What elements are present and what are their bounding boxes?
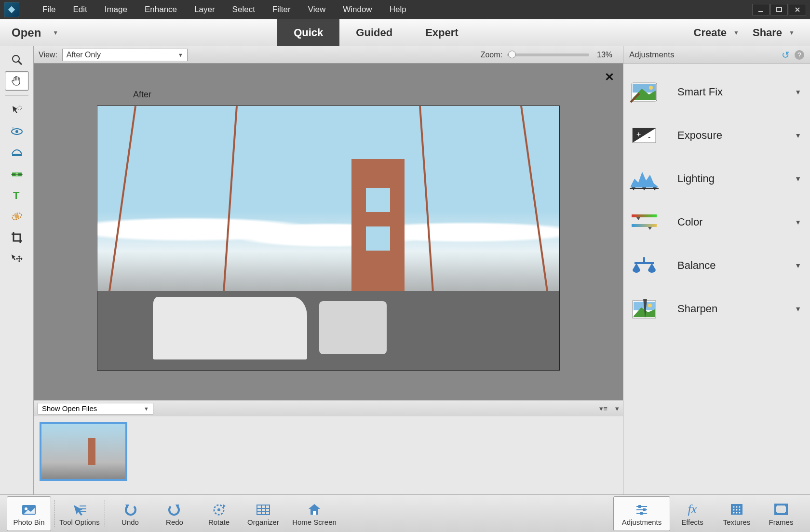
app-logo-icon [4,2,19,17]
menu-select[interactable]: Select [224,0,264,19]
svg-marker-0 [8,6,15,13]
chevron-down-icon: ▼ [795,218,805,226]
tab-quick[interactable]: Quick [277,19,339,46]
share-button[interactable]: Share ▼ [746,27,801,39]
svg-marker-33 [648,227,652,230]
photo-thumbnail[interactable] [40,422,127,481]
spot-heal-tool[interactable] [5,207,29,226]
quick-select-tool[interactable] [5,101,29,120]
svg-point-5 [18,106,22,110]
eye-tool[interactable]: + [5,122,29,141]
svg-point-19 [649,86,653,90]
zoom-tool[interactable] [5,50,29,69]
adjustments-button[interactable]: Adjustments [613,496,670,531]
redo-button[interactable]: Redo [152,496,197,531]
organizer-button[interactable]: Organizer [241,496,285,531]
frames-button[interactable]: Frames [759,496,803,531]
reset-icon[interactable]: ↺ [782,49,790,61]
home-icon [307,501,322,518]
chevron-down-icon: ▼ [795,262,805,269]
tab-guided[interactable]: Guided [339,19,409,46]
adj-sharpen[interactable]: Sharpen ▼ [628,287,805,331]
adj-lighting[interactable]: Lighting ▼ [628,157,805,200]
home-screen-button[interactable]: Home Screen [285,496,343,531]
adj-balance[interactable]: Balance ▼ [628,244,805,287]
bin-chevron-icon[interactable]: ▾ [615,404,619,413]
label: Organizer [247,518,279,526]
chevron-down-icon: ▼ [795,88,805,96]
left-toolbar: + T [0,46,34,494]
rotate-icon [211,501,227,518]
zoom-label: Zoom: [481,51,502,59]
adj-exposure[interactable]: +- Exposure ▼ [628,114,805,157]
sharpen-icon [628,295,660,322]
photo-bin-dropdown[interactable]: Show Open Files ▼ [38,403,153,414]
menu-enhance[interactable]: Enhance [136,0,186,19]
whiten-teeth-tool[interactable] [5,143,29,162]
adj-label: Color [677,216,795,228]
menu-edit[interactable]: Edit [64,0,95,19]
type-tool[interactable]: T [5,186,29,205]
textures-button[interactable]: Textures [715,496,759,531]
label: Home Screen [292,518,337,526]
undo-button[interactable]: Undo [108,496,152,531]
menu-layer[interactable]: Layer [186,0,224,19]
crop-tool[interactable] [5,228,29,247]
label: Adjustments [622,518,662,526]
maximize-button[interactable] [770,4,788,15]
close-button[interactable] [789,4,806,15]
bin-menu-icon[interactable]: ▾≡ [599,404,608,413]
photo-bin-button[interactable]: Photo Bin [7,496,51,531]
tool-options-button[interactable]: Tool Options [57,496,102,531]
svg-point-50 [217,508,220,511]
close-document-button[interactable]: ✕ [605,70,614,84]
smart-fix-icon [628,79,660,106]
adj-color[interactable]: Color ▼ [628,200,805,244]
tab-expert[interactable]: Expert [409,19,474,46]
hand-tool[interactable] [5,71,29,91]
svg-point-67 [736,506,738,508]
svg-rect-62 [638,505,641,508]
menu-view[interactable]: View [299,0,335,19]
adj-label: Sharpen [677,303,795,315]
view-dropdown[interactable]: After Only ▼ [62,49,188,61]
undo-icon [122,501,138,518]
redo-icon [167,501,182,518]
menu-window[interactable]: Window [334,0,380,19]
slider-thumb[interactable] [508,51,516,58]
svg-rect-9 [12,154,22,156]
chevron-down-icon: ▼ [733,29,739,36]
effects-button[interactable]: fx Effects [670,496,715,531]
svg-point-66 [733,506,735,508]
adj-smart-fix[interactable]: Smart Fix ▼ [628,70,805,114]
create-label: Create [694,27,727,39]
color-icon [628,209,660,236]
adjustments-icon [634,501,649,518]
svg-rect-1 [758,11,763,12]
straighten-tool[interactable] [5,164,29,184]
menu-file[interactable]: File [34,0,64,19]
label: Undo [122,518,139,526]
adjustments-header: Adjustments ↺ ? [623,46,810,64]
minimize-button[interactable] [752,4,770,15]
chevron-down-icon: ▼ [53,29,58,36]
move-tool[interactable] [5,249,29,268]
menu-help[interactable]: Help [381,0,415,19]
top-bar: Open ▼ Quick Guided Expert Create ▼ Shar… [0,19,810,46]
label: Photo Bin [13,518,44,526]
zoom-slider[interactable] [507,53,589,56]
svg-rect-63 [643,508,646,511]
rotate-button[interactable]: Rotate [197,496,241,531]
open-button[interactable]: Open ▼ [0,26,65,40]
menu-filter[interactable]: Filter [264,0,299,19]
svg-rect-64 [640,512,643,515]
svg-text:-: - [648,133,650,141]
adj-label: Lighting [677,173,795,185]
document-image[interactable] [97,106,560,371]
chevron-down-icon: ▼ [144,406,149,412]
help-icon[interactable]: ? [795,50,804,60]
open-label: Open [12,26,41,40]
label: Frames [769,518,794,526]
menu-image[interactable]: Image [96,0,136,19]
create-button[interactable]: Create ▼ [687,27,746,39]
